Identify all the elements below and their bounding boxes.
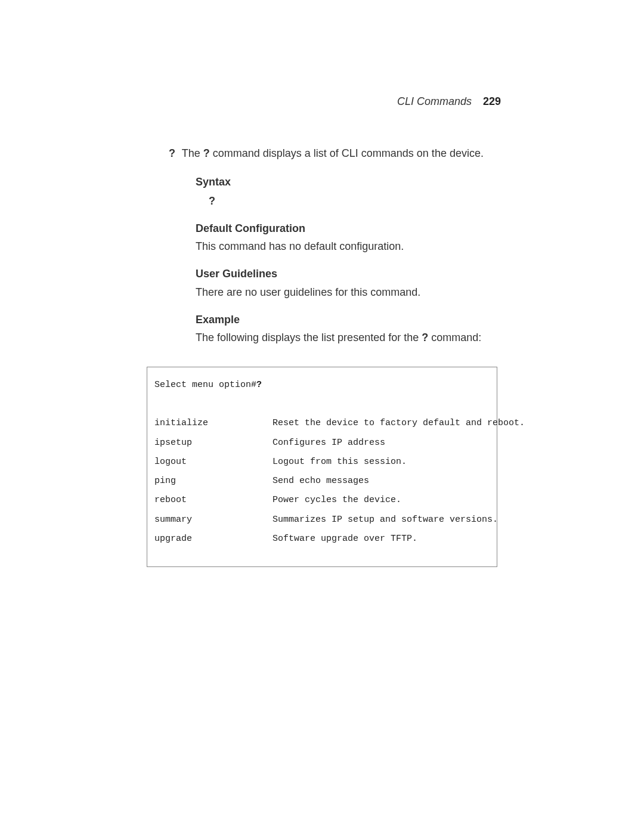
intro-text-after: command displays a list of CLI commands … — [210, 147, 484, 159]
command-marker: ? — [160, 145, 179, 161]
page-number: 229 — [483, 95, 501, 107]
syntax-value: ? — [209, 193, 537, 209]
content-block: ? The ? command displays a list of CLI c… — [179, 145, 537, 345]
code-prompt-cmd: ? — [256, 380, 262, 390]
userguidelines-heading: User Guidelines — [196, 266, 537, 281]
example-cmd: ? — [422, 332, 428, 343]
page: CLI Commands 229 ? The ? command display… — [0, 0, 644, 833]
code-example-box: Select menu option#? initialize Reset th… — [147, 367, 497, 567]
userguidelines-text: There are no user guidelines for this co… — [196, 284, 537, 300]
code-rows: initialize Reset the device to factory d… — [154, 418, 525, 544]
example-text-before: The following displays the list presente… — [196, 332, 422, 343]
defaultcfg-text: This command has no default configuratio… — [196, 239, 537, 254]
code-example-pre: Select menu option#? initialize Reset th… — [154, 376, 490, 549]
intro-cmd: ? — [203, 147, 210, 159]
running-header: CLI Commands 229 — [397, 95, 501, 108]
intro-text-before: The — [182, 147, 203, 159]
intro-line: ? The ? command displays a list of CLI c… — [179, 145, 537, 161]
example-text-after: command: — [428, 332, 481, 343]
syntax-heading: Syntax — [196, 174, 537, 190]
code-prompt-prefix: Select menu option# — [154, 380, 256, 390]
defaultcfg-heading: Default Configuration — [196, 221, 537, 236]
example-text: The following displays the list presente… — [196, 330, 537, 345]
example-heading: Example — [196, 312, 537, 327]
header-title: CLI Commands — [397, 95, 472, 107]
